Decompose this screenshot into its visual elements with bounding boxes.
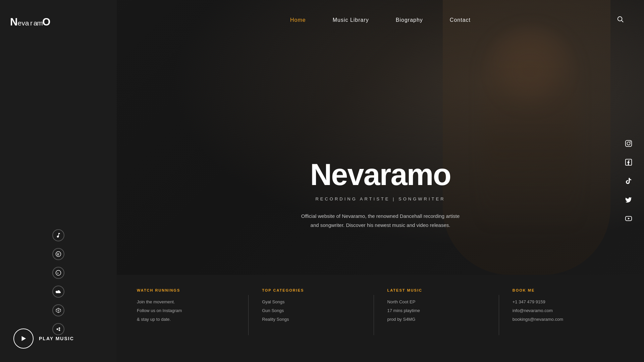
nav-contact[interactable]: Contact bbox=[450, 17, 471, 23]
svg-text:eva: eva bbox=[18, 19, 29, 27]
footer-top-categories-text: Gyal Songs Gun Songs Reality Songs bbox=[262, 298, 360, 324]
logo-icon: N eva r a m O bbox=[10, 13, 50, 30]
main-content: Home Music Library Biography Contact Nev… bbox=[117, 0, 644, 362]
search-button[interactable] bbox=[616, 15, 624, 25]
top-navigation: Home Music Library Biography Contact bbox=[117, 0, 644, 40]
svg-point-6 bbox=[56, 252, 61, 257]
apple-music-icon[interactable] bbox=[52, 229, 64, 241]
footer-book-me-title: BOOK ME bbox=[513, 288, 610, 292]
footer-book-me: BOOK ME +1 347 479 9159 info@nevaramo.co… bbox=[513, 288, 624, 324]
left-sidebar: N eva r a m O bbox=[0, 0, 117, 362]
svg-point-13 bbox=[627, 142, 630, 145]
svg-point-14 bbox=[630, 141, 631, 142]
amazon-music-icon[interactable]: a bbox=[52, 267, 64, 279]
svg-text:a: a bbox=[57, 272, 59, 275]
instagram-icon[interactable] bbox=[623, 138, 634, 149]
footer-latest-music-title: LATEST MUSIC bbox=[387, 288, 485, 292]
footer-top-categories-title: TOP CATEGORIES bbox=[262, 288, 360, 292]
nav-biography[interactable]: Biography bbox=[396, 17, 423, 23]
svg-marker-17 bbox=[628, 218, 630, 220]
twitter-icon[interactable] bbox=[623, 194, 634, 205]
svg-rect-12 bbox=[626, 140, 632, 146]
footer-latest-music-text: North Coot EP 17 mins playtime prod by S… bbox=[387, 298, 485, 324]
play-music-button[interactable] bbox=[13, 328, 34, 349]
hero-subtitle: RECORDING ARTISTE | SONGWRITER bbox=[300, 196, 461, 201]
play-music-area: PLAY MUSIC bbox=[13, 328, 74, 349]
svg-text:r: r bbox=[30, 19, 33, 27]
audiomack-icon[interactable] bbox=[52, 304, 64, 316]
footer-divider-3 bbox=[499, 295, 499, 335]
facebook-icon[interactable] bbox=[623, 157, 634, 168]
svg-text:N: N bbox=[10, 16, 18, 28]
spotify-icon[interactable] bbox=[52, 248, 64, 260]
svg-point-10 bbox=[618, 17, 622, 21]
hero-text-section: Nevaramo RECORDING ARTISTE | SONGWRITER … bbox=[300, 160, 461, 230]
nav-links: Home Music Library Biography Contact bbox=[290, 17, 471, 23]
hero-title: Nevaramo bbox=[300, 160, 461, 190]
nav-music-library[interactable]: Music Library bbox=[333, 17, 369, 23]
footer-watch-runnings: WATCH RUNNINGS Join the movement. Follow… bbox=[137, 288, 248, 324]
svg-marker-9 bbox=[22, 336, 26, 341]
footer-watch-runnings-title: WATCH RUNNINGS bbox=[137, 288, 235, 292]
right-social-icons bbox=[613, 131, 644, 231]
hero-description: Official website of Nevaramo, the renown… bbox=[300, 212, 461, 230]
svg-line-11 bbox=[622, 20, 623, 22]
youtube-icon[interactable] bbox=[623, 213, 634, 224]
footer: WATCH RUNNINGS Join the movement. Follow… bbox=[117, 275, 644, 362]
logo-area: N eva r a m O bbox=[0, 0, 117, 45]
footer-watch-runnings-text: Join the movement. Follow us on Instagra… bbox=[137, 298, 235, 324]
svg-text:O: O bbox=[42, 16, 50, 28]
nav-home[interactable]: Home bbox=[290, 17, 306, 23]
svg-text:m: m bbox=[37, 19, 43, 27]
footer-latest-music: LATEST MUSIC North Coot EP 17 mins playt… bbox=[387, 288, 499, 324]
footer-divider-2 bbox=[374, 295, 374, 335]
hero-background bbox=[117, 0, 644, 275]
search-icon bbox=[616, 15, 624, 23]
footer-divider-1 bbox=[248, 295, 249, 335]
tiktok-icon[interactable] bbox=[623, 176, 634, 186]
play-music-label: PLAY MUSIC bbox=[39, 336, 74, 341]
footer-book-me-text: +1 347 479 9159 info@nevaramo.com bookin… bbox=[513, 298, 610, 324]
footer-top-categories: TOP CATEGORIES Gyal Songs Gun Songs Real… bbox=[262, 288, 373, 324]
soundcloud-icon[interactable] bbox=[52, 286, 64, 298]
play-icon bbox=[20, 335, 27, 342]
